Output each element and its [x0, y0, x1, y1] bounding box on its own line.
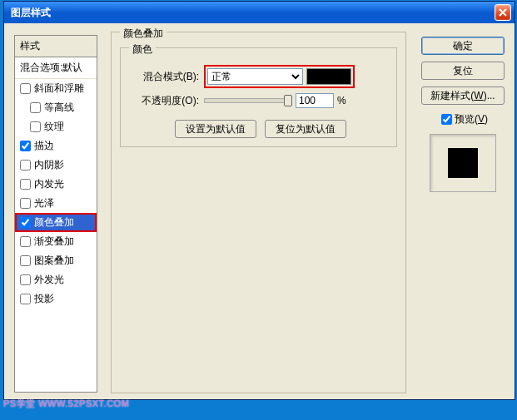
style-item-7[interactable]: 颜色叠加 [15, 213, 97, 232]
opacity-input[interactable] [296, 93, 334, 108]
styles-panel: 样式 混合选项:默认 斜面和浮雕等高线纹理描边内阴影内发光光泽颜色叠加渐变叠加图… [14, 35, 97, 393]
style-checkbox[interactable] [30, 102, 41, 113]
window-title: 图层样式 [11, 6, 495, 20]
blend-mode-highlight: 正常 [204, 65, 355, 88]
style-checkbox[interactable] [20, 274, 31, 285]
blend-mode-select[interactable]: 正常 [207, 68, 303, 85]
style-item-3[interactable]: 描边 [15, 136, 97, 156]
cancel-button[interactable]: 复位 [421, 62, 505, 80]
style-checkbox[interactable] [20, 294, 31, 304]
style-label: 纹理 [44, 120, 64, 134]
style-checkbox[interactable] [20, 179, 31, 190]
new-style-button[interactable]: 新建样式(W)... [421, 86, 505, 105]
styles-header: 样式 [15, 36, 97, 57]
style-label: 外发光 [34, 273, 64, 287]
style-checkbox[interactable] [20, 255, 31, 266]
preview-box [430, 134, 496, 192]
blend-options-item[interactable]: 混合选项:默认 [15, 57, 97, 79]
preview-swatch [448, 148, 478, 178]
style-item-0[interactable]: 斜面和浮雕 [15, 79, 97, 98]
style-label: 内阴影 [34, 158, 64, 172]
style-item-1[interactable]: 等高线 [15, 98, 97, 117]
style-label: 图案叠加 [34, 254, 74, 268]
inner-group-title: 颜色 [129, 42, 156, 57]
style-label: 斜面和浮雕 [34, 82, 84, 96]
style-item-5[interactable]: 内发光 [15, 175, 97, 194]
main-panel: 颜色叠加 颜色 混合模式(B): 正常 不透明度(O): [111, 32, 406, 393]
style-item-9[interactable]: 图案叠加 [15, 251, 97, 270]
layer-style-dialog: 图层样式 样式 混合选项:默认 斜面和浮雕等高线纹理描边内阴影内发光光泽颜色叠加… [3, 1, 515, 400]
style-item-11[interactable]: 投影 [15, 289, 97, 309]
main-group-title: 颜色叠加 [120, 27, 167, 41]
style-label: 描边 [34, 139, 54, 153]
style-checkbox[interactable] [30, 121, 41, 132]
opacity-suffix: % [337, 95, 346, 106]
slider-thumb[interactable] [284, 95, 292, 106]
style-label: 投影 [34, 292, 54, 306]
style-item-4[interactable]: 内阴影 [15, 156, 97, 175]
preview-label: 预览(V) [455, 112, 488, 126]
style-checkbox[interactable] [20, 83, 31, 94]
style-checkbox[interactable] [20, 160, 31, 170]
right-panel: 确定 复位 新建样式(W)... 预览(V) [421, 37, 505, 192]
watermark: PS学堂 WWW.52PSXT.COM [3, 398, 129, 401]
opacity-slider[interactable] [204, 98, 289, 103]
style-label: 颜色叠加 [34, 215, 74, 230]
style-label: 内发光 [34, 177, 64, 191]
style-item-6[interactable]: 光泽 [15, 194, 97, 213]
preview-checkbox[interactable] [441, 114, 452, 125]
style-checkbox[interactable] [20, 141, 31, 151]
style-checkbox[interactable] [20, 217, 31, 228]
make-default-button[interactable]: 设置为默认值 [175, 120, 256, 138]
style-label: 渐变叠加 [34, 235, 74, 249]
style-item-10[interactable]: 外发光 [15, 270, 97, 289]
style-label: 等高线 [44, 101, 74, 115]
style-item-8[interactable]: 渐变叠加 [15, 232, 97, 251]
style-label: 光泽 [34, 196, 54, 210]
style-checkbox[interactable] [20, 198, 31, 209]
reset-default-button[interactable]: 复位为默认值 [265, 120, 346, 138]
dialog-body: 样式 混合选项:默认 斜面和浮雕等高线纹理描边内阴影内发光光泽颜色叠加渐变叠加图… [4, 23, 515, 399]
color-group: 颜色 混合模式(B): 正常 不透明度(O): % [120, 47, 397, 147]
color-swatch[interactable] [306, 68, 351, 85]
opacity-label: 不透明度(O): [132, 94, 199, 108]
style-checkbox[interactable] [20, 236, 31, 247]
titlebar: 图层样式 [4, 2, 515, 23]
blend-mode-label: 混合模式(B): [132, 70, 199, 84]
ok-button[interactable]: 确定 [421, 37, 505, 55]
close-button[interactable] [495, 4, 511, 21]
style-item-2[interactable]: 纹理 [15, 117, 97, 136]
